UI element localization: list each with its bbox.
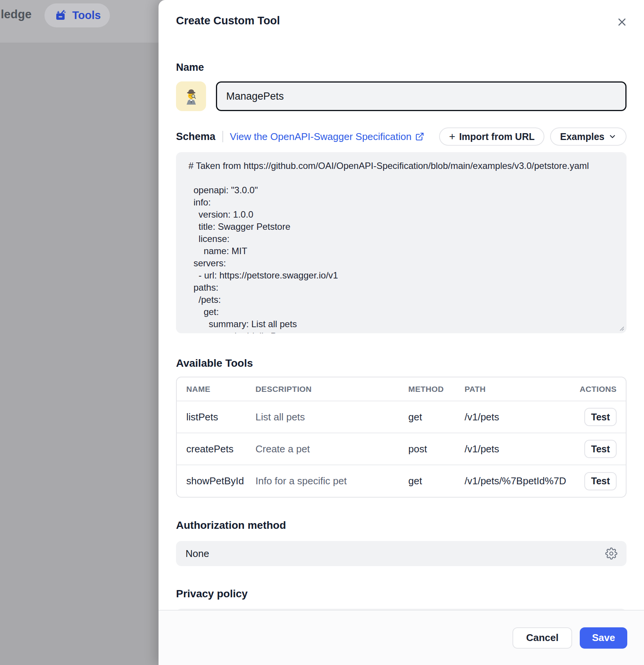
openapi-spec-link[interactable]: View the OpenAPI-Swagger Specification xyxy=(230,131,425,143)
test-button[interactable]: Test xyxy=(584,440,617,458)
modal-title: Create Custom Tool xyxy=(176,13,627,28)
tool-name-input[interactable] xyxy=(216,81,627,111)
tool-description-cell: List all pets xyxy=(255,401,408,433)
tool-path-cell: /v1/pets xyxy=(465,433,560,465)
plus-icon: + xyxy=(449,131,455,142)
schema-buttons: + Import from URL Examples xyxy=(439,127,627,146)
table-row: showPetById Info for a specific pet get … xyxy=(177,465,626,497)
tab-knowledge-partial[interactable]: ledge xyxy=(1,8,32,21)
tool-description-cell: Info for a specific pet xyxy=(255,465,408,497)
tool-method-cell: post xyxy=(408,433,465,465)
schema-label: Schema xyxy=(176,131,216,142)
table-header-row: NAME DESCRIPTION METHOD PATH ACTIONS xyxy=(177,377,626,401)
detective-emoji-icon xyxy=(183,88,200,105)
gear-icon xyxy=(605,547,617,560)
tab-tools[interactable]: Tools xyxy=(44,3,110,27)
import-from-url-label: Import from URL xyxy=(459,131,535,142)
tool-name-cell: listPets xyxy=(177,401,255,433)
available-tools-heading: Available Tools xyxy=(176,357,627,370)
authorization-heading: Authorization method xyxy=(176,519,627,532)
tool-name-cell: showPetById xyxy=(177,465,255,497)
column-header-path: PATH xyxy=(465,377,560,401)
tool-method-cell: get xyxy=(408,401,465,433)
table-row: createPets Create a pet post /v1/pets Te… xyxy=(177,433,626,465)
tool-path-cell: /v1/pets xyxy=(465,401,560,433)
schema-textarea[interactable]: # Taken from https://github.com/OAI/Open… xyxy=(176,152,627,333)
authorization-value: None xyxy=(186,548,209,560)
openapi-spec-link-label: View the OpenAPI-Swagger Specification xyxy=(230,131,412,143)
column-header-description: DESCRIPTION xyxy=(255,377,408,401)
close-button[interactable] xyxy=(615,15,629,29)
close-icon xyxy=(616,16,628,28)
save-button[interactable]: Save xyxy=(580,627,627,649)
privacy-policy-heading: Privacy policy xyxy=(176,587,627,600)
name-row xyxy=(176,81,627,111)
resize-handle-icon[interactable] xyxy=(618,325,624,331)
cancel-button[interactable]: Cancel xyxy=(512,627,572,649)
name-label: Name xyxy=(176,62,627,73)
available-tools-table: NAME DESCRIPTION METHOD PATH ACTIONS lis… xyxy=(176,377,627,498)
test-button[interactable]: Test xyxy=(584,472,617,490)
column-header-actions: ACTIONS xyxy=(560,377,626,401)
examples-dropdown[interactable]: Examples xyxy=(550,127,627,146)
divider xyxy=(222,131,223,142)
create-custom-tool-modal: Create Custom Tool Name xyxy=(159,0,644,665)
import-from-url-button[interactable]: + Import from URL xyxy=(439,127,544,146)
modal-content: Name xyxy=(159,62,644,639)
schema-row: Schema View the OpenAPI-Swagger Specific… xyxy=(176,128,627,145)
tab-tools-label: Tools xyxy=(72,9,101,22)
emoji-picker-button[interactable] xyxy=(176,81,206,111)
tool-name-cell: createPets xyxy=(177,433,255,465)
modal-footer: Cancel Save xyxy=(159,610,644,665)
external-link-icon xyxy=(415,132,424,141)
tool-path-cell: /v1/pets/%7BpetId%7D xyxy=(465,465,560,497)
tool-description-cell: Create a pet xyxy=(255,433,408,465)
authorization-settings-button[interactable] xyxy=(605,547,617,560)
column-header-method: METHOD xyxy=(408,377,465,401)
test-button[interactable]: Test xyxy=(584,408,617,426)
schema-text: # Taken from https://github.com/OAI/Open… xyxy=(186,160,617,333)
column-header-name: NAME xyxy=(177,377,255,401)
table-row: listPets List all pets get /v1/pets Test xyxy=(177,401,626,433)
modal-header: Create Custom Tool xyxy=(159,0,644,28)
authorization-method-selector[interactable]: None xyxy=(176,541,627,566)
examples-label: Examples xyxy=(560,131,604,142)
tool-method-cell: get xyxy=(408,465,465,497)
chevron-down-icon xyxy=(608,132,617,141)
toolbox-sparkle-icon xyxy=(54,9,67,22)
